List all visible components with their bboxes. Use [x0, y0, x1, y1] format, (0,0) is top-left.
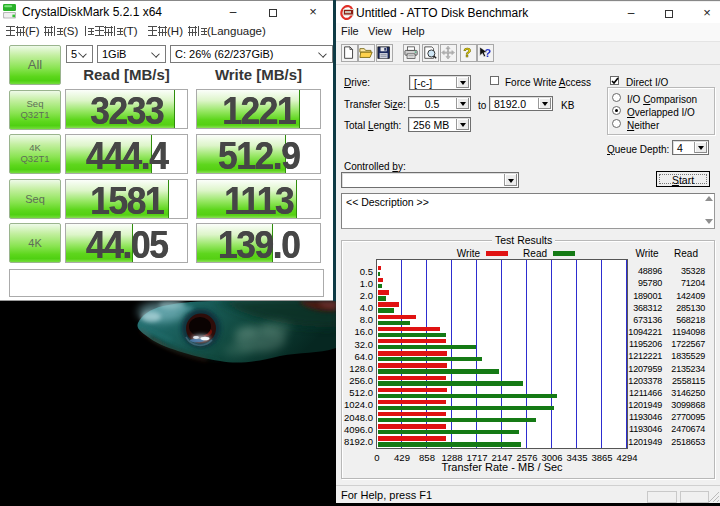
svg-text:?: ?	[463, 46, 471, 59]
